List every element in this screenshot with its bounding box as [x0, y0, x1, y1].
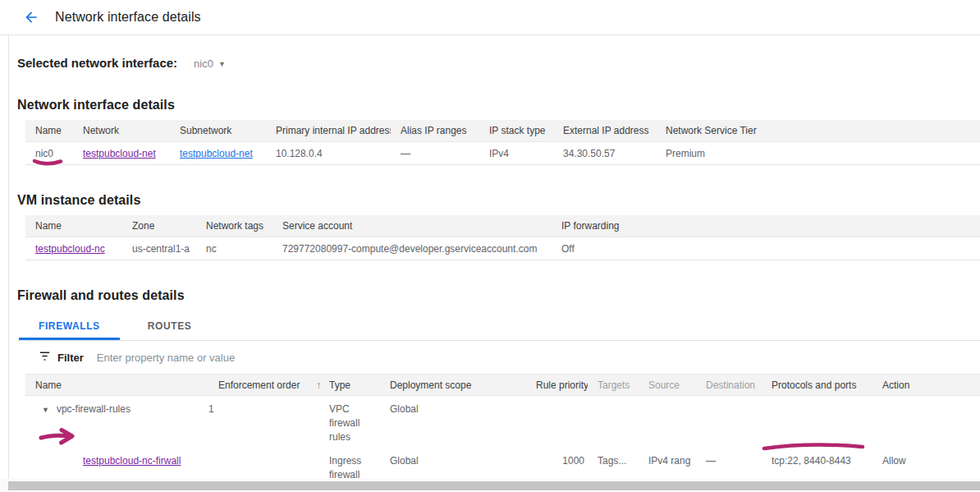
service-account-cell: 729772080997-compute@developer.gservicea… [272, 243, 552, 255]
column-header-deployment-scope: Deployment scope [380, 379, 526, 391]
column-header-network-service-tier: Network Service Tier [656, 125, 980, 136]
filter-input[interactable] [97, 352, 442, 364]
column-header-service-account: Service account [272, 220, 552, 232]
ip-forwarding-cell: Off [552, 243, 980, 255]
tab-routes[interactable]: ROUTES [128, 315, 212, 340]
ip-stack-type-cell: IPv4 [479, 148, 553, 159]
column-header-type: Type [319, 379, 380, 391]
filter-icon [39, 350, 51, 366]
column-header-network: Network [73, 125, 170, 136]
alias-ip-ranges-cell: — [391, 148, 479, 159]
deployment-scope-cell: Global [380, 402, 526, 448]
vm-instance-table-header: Name Zone Network tags Service account I… [25, 215, 980, 237]
firewall-rules-table: Name Enforcement order↑ Type Deployment … [25, 374, 980, 492]
column-header-name: Name [25, 220, 122, 232]
selected-interface-row: Selected network interface: nic0 ▼ [17, 35, 980, 70]
section-title-firewall-and-routes: Firewall and routes details [17, 288, 980, 303]
column-header-ip-stack-type: IP stack type [479, 125, 553, 136]
vm-instance-table: Name Zone Network tags Service account I… [25, 215, 980, 260]
column-header-external-ip: External IP address [553, 125, 656, 136]
sort-ascending-icon: ↑ [306, 379, 319, 391]
tab-firewalls[interactable]: FIREWALLS [19, 315, 120, 340]
horizontal-scrollbar-thumb[interactable] [8, 481, 980, 490]
type-cell: VPC firewall rules [319, 402, 380, 448]
enforcement-order-cell: 1 [199, 402, 319, 448]
selected-interface-value: nic0 [194, 57, 213, 70]
primary-internal-ip-cell: 10.128.0.4 [266, 148, 391, 159]
column-header-subnetwork: Subnetwork [170, 125, 266, 136]
network-link[interactable]: testpubcloud-net [83, 148, 156, 159]
table-row-vpc-firewall-rules: ▼vpc-firewall-rules 1 VPC firewall rules… [25, 396, 980, 448]
network-service-tier-cell: Premium [656, 148, 980, 159]
column-header-name: Name [25, 125, 73, 136]
firewall-group-name: vpc-firewall-rules [57, 403, 131, 415]
column-header-zone: Zone [122, 220, 196, 232]
network-interface-table-header: Name Network Subnetwork Primary internal… [25, 120, 980, 142]
content-panel: Selected network interface: nic0 ▼ Netwo… [8, 35, 980, 492]
section-title-vm-instance-details: VM instance details [17, 193, 980, 208]
chevron-down-icon: ▼ [218, 60, 226, 68]
table-row: nic0 testpubcloud-net testpubcloud-net 1… [25, 142, 980, 165]
vm-name-link[interactable]: testpubcloud-nc [35, 243, 105, 255]
page-title: Network interface details [55, 10, 201, 25]
section-title-network-interface-details: Network interface details [17, 98, 980, 113]
filter-bar[interactable]: Filter [17, 341, 980, 374]
horizontal-scrollbar [0, 479, 980, 492]
selected-interface-label: Selected network interface: [17, 56, 177, 70]
external-ip-cell: 34.30.50.57 [553, 148, 656, 159]
firewall-table-header: Name Enforcement order↑ Type Deployment … [25, 374, 980, 396]
interface-name-cell: nic0 [25, 148, 73, 159]
firewall-routes-tabs: FIREWALLS ROUTES [17, 315, 980, 341]
zone-cell: us-central1-a [122, 243, 196, 255]
column-header-source: Source [639, 379, 696, 391]
network-interface-table: Name Network Subnetwork Primary internal… [25, 120, 980, 165]
collapse-triangle-icon[interactable]: ▼ [42, 406, 49, 414]
column-header-alias-ip-ranges: Alias IP ranges [391, 125, 479, 136]
subnetwork-link[interactable]: testpubcloud-net [180, 148, 253, 159]
column-header-enforcement-order[interactable]: Enforcement order↑ [199, 379, 319, 391]
column-header-targets: Targets [588, 379, 639, 391]
firewall-rule-link[interactable]: testpubcloud-nc-firwall [83, 455, 181, 467]
column-header-protocols-and-ports: Protocols and ports [762, 379, 872, 391]
network-tags-cell: nc [196, 243, 272, 255]
page: Network interface details Selected netwo… [0, 0, 980, 492]
column-header-ip-forwarding: IP forwarding [552, 220, 980, 232]
column-header-rule-priority: Rule priority [526, 379, 588, 391]
column-header-name: Name [25, 379, 199, 391]
column-header-action: Action [872, 379, 980, 391]
back-arrow-icon[interactable] [21, 7, 41, 27]
filter-label: Filter [57, 352, 84, 364]
table-row: testpubcloud-nc us-central1-a nc 7297720… [25, 237, 980, 260]
selected-interface-dropdown[interactable]: nic0 ▼ [194, 57, 226, 70]
column-header-destination: Destination [696, 379, 762, 391]
column-header-network-tags: Network tags [196, 220, 272, 232]
column-header-primary-internal-ip: Primary internal IP address [266, 125, 391, 136]
top-app-bar: Network interface details [0, 0, 980, 35]
